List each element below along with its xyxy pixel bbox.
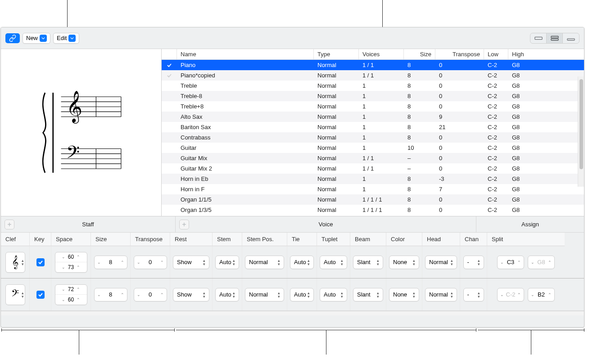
svg-rect-3 xyxy=(567,38,575,40)
select[interactable]: Normal▴▾ xyxy=(245,288,284,301)
select[interactable]: Show▴▾ xyxy=(173,256,209,269)
header-transpose[interactable]: Transpose xyxy=(435,49,484,59)
cell-tuplet: Auto▴▾ xyxy=(317,279,350,310)
row-transpose: 0 xyxy=(435,82,484,89)
stepper[interactable]: ⌄8⌃ xyxy=(94,288,127,301)
row-low: C-2 xyxy=(484,62,508,68)
table-row[interactable]: Horn in EbNormal18-3C-2G8 xyxy=(162,174,584,184)
select[interactable]: Auto▴▾ xyxy=(290,256,314,269)
select[interactable]: Normal▴▾ xyxy=(425,256,457,269)
row-type: Normal xyxy=(314,72,359,79)
stepper[interactable]: ⌄C-2⌃ xyxy=(497,288,524,301)
table-row[interactable]: Treble-8Normal180C-2G8 xyxy=(162,91,584,101)
select[interactable]: Auto▴▾ xyxy=(320,256,347,269)
table-row[interactable]: PianoNormal1 / 180C-2G8 xyxy=(162,60,584,70)
space-stepper[interactable]: ⌄60⌃⌄73⌃ xyxy=(55,252,87,273)
edit-menu[interactable]: Edit xyxy=(53,33,79,44)
table-row[interactable]: Horn in FNormal187C-2G8 xyxy=(162,184,584,194)
scrollbar-thumb[interactable] xyxy=(579,79,583,169)
row-type: Normal xyxy=(314,124,359,130)
select[interactable]: Normal▴▾ xyxy=(425,288,457,301)
add-staff-button[interactable]: + xyxy=(5,220,14,229)
row-high: G8 xyxy=(508,82,533,89)
space-stepper[interactable]: ⌄72⌃⌄60⌃ xyxy=(55,284,87,305)
table-row[interactable]: Alto SaxNormal189C-2G8 xyxy=(162,112,584,122)
key-checkbox[interactable] xyxy=(36,258,45,266)
cell-space: ⌄60⌃⌄73⌃ xyxy=(51,246,91,278)
table-body[interactable]: PianoNormal1 / 180C-2G8Piano*copiedNorma… xyxy=(162,60,584,216)
row-voices: 1 / 1 xyxy=(359,72,404,79)
row-high: G8 xyxy=(508,62,533,68)
view-dual-button[interactable] xyxy=(547,33,563,43)
stepper[interactable]: ⌄0⌃ xyxy=(134,288,167,301)
row-type: Normal xyxy=(314,134,359,141)
col-split: Split xyxy=(487,233,565,246)
header-voices[interactable]: Voices xyxy=(359,49,404,59)
select[interactable]: Auto▴▾ xyxy=(215,256,239,269)
cell-beam: Slant▴▾ xyxy=(350,279,386,310)
new-menu[interactable]: New xyxy=(23,33,50,44)
panel-title: Voice xyxy=(319,221,333,228)
table-row[interactable]: Organ 1/3/5Normal1 / 1 / 180C-2G8 xyxy=(162,205,584,215)
callout-line xyxy=(531,330,531,355)
select[interactable]: -▴▾ xyxy=(463,256,484,269)
select[interactable]: -▴▾ xyxy=(463,288,484,301)
header-size[interactable]: Size xyxy=(404,49,435,59)
row-type: Normal xyxy=(314,93,359,99)
row-size: 8 xyxy=(404,134,435,141)
select[interactable]: Auto▴▾ xyxy=(215,288,239,301)
col-tuplet: Tuplet xyxy=(317,233,350,246)
cell-head: Normal▴▾ xyxy=(422,246,460,278)
add-voice-button[interactable]: + xyxy=(179,220,189,229)
view-single-button[interactable] xyxy=(530,33,547,43)
header-type[interactable]: Type xyxy=(314,49,359,59)
header-name[interactable]: Name xyxy=(177,49,314,59)
select[interactable]: Slant▴▾ xyxy=(353,288,383,301)
row-name: Guitar Mix 2 xyxy=(177,165,314,172)
link-button[interactable] xyxy=(5,33,20,43)
svg-rect-0 xyxy=(534,37,542,39)
row-transpose: 0 xyxy=(435,144,484,151)
stepper[interactable]: ⌄B2⌃ xyxy=(528,288,555,301)
table-row[interactable]: Piano*copiedNormal1 / 180C-2G8 xyxy=(162,70,584,81)
cell-stempos: Normal▴▾ xyxy=(242,279,287,310)
select[interactable]: Auto▴▾ xyxy=(290,288,314,301)
clef-select[interactable]: 𝄞▴▾ xyxy=(5,252,25,273)
select[interactable]: Show▴▾ xyxy=(173,288,209,301)
stepper[interactable]: ⌄8⌃ xyxy=(94,256,127,269)
panel-header-staff: + Staff xyxy=(1,216,176,233)
table-row[interactable]: Guitar MixNormal1 / 1–0C-2G8 xyxy=(162,153,584,163)
table-row[interactable]: Treble+8Normal180C-2G8 xyxy=(162,101,584,112)
table-row[interactable]: Guitar Mix 2Normal1 / 1–0C-2G8 xyxy=(162,163,584,174)
row-size: 8 xyxy=(404,175,435,182)
select[interactable]: Auto▴▾ xyxy=(320,288,347,301)
row-low: C-2 xyxy=(484,82,508,89)
table-header: Name Type Voices Size Transpose Low High xyxy=(162,49,584,60)
key-checkbox[interactable] xyxy=(36,291,45,299)
select[interactable]: Normal▴▾ xyxy=(245,256,284,269)
col-chan: Chan xyxy=(460,233,487,246)
stepper[interactable]: ⌄C3⌃ xyxy=(497,256,524,269)
stepper[interactable]: ⌄0⌃ xyxy=(134,256,167,269)
param-row: 𝄢▴▾⌄72⌃⌄60⌃⌄8⌃⌄0⌃Show▴▾Auto▴▾Normal▴▾Aut… xyxy=(1,279,584,311)
cell-size: ⌄8⌃ xyxy=(91,246,131,278)
table-row[interactable]: ContrabassNormal180C-2G8 xyxy=(162,132,584,143)
select[interactable]: None▴▾ xyxy=(389,256,419,269)
header-high[interactable]: High xyxy=(508,49,533,59)
table-row[interactable]: TrebleNormal180C-2G8 xyxy=(162,81,584,91)
stepper[interactable]: ⌄G8⌃ xyxy=(528,256,555,269)
select[interactable]: None▴▾ xyxy=(389,288,419,301)
row-high: G8 xyxy=(508,155,533,162)
table-row[interactable]: GuitarNormal1100C-2G8 xyxy=(162,143,584,153)
header-low[interactable]: Low xyxy=(484,49,508,59)
callout-line xyxy=(174,328,175,332)
select[interactable]: Slant▴▾ xyxy=(353,256,383,269)
table-row[interactable]: Organ 1/1/5Normal1 / 1 / 180C-2G8 xyxy=(162,194,584,205)
table-row[interactable]: Bariton SaxNormal1821C-2G8 xyxy=(162,122,584,132)
clef-select[interactable]: 𝄢▴▾ xyxy=(5,284,25,305)
scrollbar[interactable] xyxy=(578,76,584,187)
row-check[interactable] xyxy=(162,63,177,68)
row-type: Normal xyxy=(314,103,359,110)
view-list-button[interactable] xyxy=(563,33,579,43)
row-check[interactable] xyxy=(162,73,177,78)
